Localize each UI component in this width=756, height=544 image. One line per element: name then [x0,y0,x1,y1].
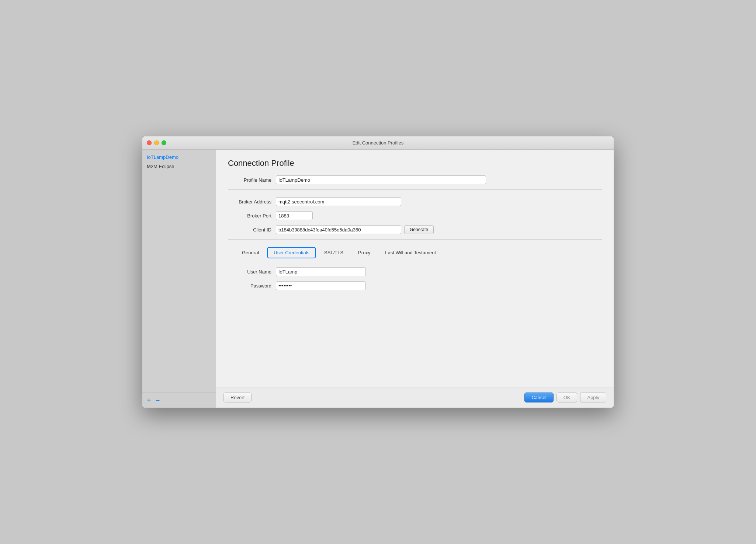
broker-address-input[interactable] [276,197,401,206]
client-id-label: Client ID [228,227,276,233]
credentials-section: User Name Password [228,267,602,290]
close-button[interactable] [147,140,152,145]
panel-footer: Revert Cancel OK Apply [216,387,614,408]
add-profile-button[interactable]: + [147,397,151,404]
panel-body: Connection Profile Profile Name Broker A… [216,150,614,387]
panel-title: Connection Profile [228,158,602,168]
profile-name-input[interactable] [276,175,486,184]
client-id-row: Client ID Generate [228,225,602,234]
remove-profile-button[interactable]: − [156,397,160,404]
main-content: IoTLampDemo M2M Eclipse + − Connection P… [142,150,614,408]
titlebar: Edit Connection Profiles [142,136,614,150]
broker-port-label: Broker Port [228,213,276,219]
cancel-button[interactable]: Cancel [524,393,553,402]
minimize-button[interactable] [154,140,159,145]
traffic-lights [147,140,166,145]
sidebar-item-m2meclipse[interactable]: M2M Eclipse [142,162,216,171]
apply-button[interactable]: Apply [580,393,606,402]
broker-port-row: Broker Port [228,211,602,220]
tab-general[interactable]: General [235,247,266,258]
window-title: Edit Connection Profiles [353,140,404,146]
tab-last-will[interactable]: Last Will and Testament [378,247,443,258]
username-input[interactable] [276,267,366,276]
profile-name-label: Profile Name [228,177,276,183]
revert-button[interactable]: Revert [223,393,252,402]
client-id-input[interactable] [276,225,401,234]
sidebar: IoTLampDemo M2M Eclipse + − [142,150,216,408]
tabs-row: General User Credentials SSL/TLS Proxy L… [228,247,602,258]
sidebar-list: IoTLampDemo M2M Eclipse [142,150,216,393]
password-label: Password [228,283,276,289]
right-panel: Connection Profile Profile Name Broker A… [216,150,614,408]
footer-right: Cancel OK Apply [524,393,606,402]
broker-port-input[interactable] [276,211,313,220]
tab-user-credentials[interactable]: User Credentials [267,247,316,258]
tab-proxy[interactable]: Proxy [351,247,377,258]
username-label: User Name [228,269,276,275]
divider-1 [228,189,602,190]
sidebar-item-iotlampdemo[interactable]: IoTLampDemo [142,153,216,162]
profile-name-row: Profile Name [228,175,602,184]
broker-address-row: Broker Address [228,197,602,206]
divider-2 [228,239,602,240]
broker-address-label: Broker Address [228,199,276,205]
main-window: Edit Connection Profiles IoTLampDemo M2M… [142,136,614,408]
footer-left: Revert [223,393,252,402]
password-input[interactable] [276,281,366,290]
sidebar-footer: + − [142,393,216,408]
ok-button[interactable]: OK [556,393,578,402]
maximize-button[interactable] [162,140,166,145]
password-row: Password [228,281,602,290]
generate-button[interactable]: Generate [404,225,434,234]
tab-ssl-tls[interactable]: SSL/TLS [318,247,350,258]
username-row: User Name [228,267,602,276]
